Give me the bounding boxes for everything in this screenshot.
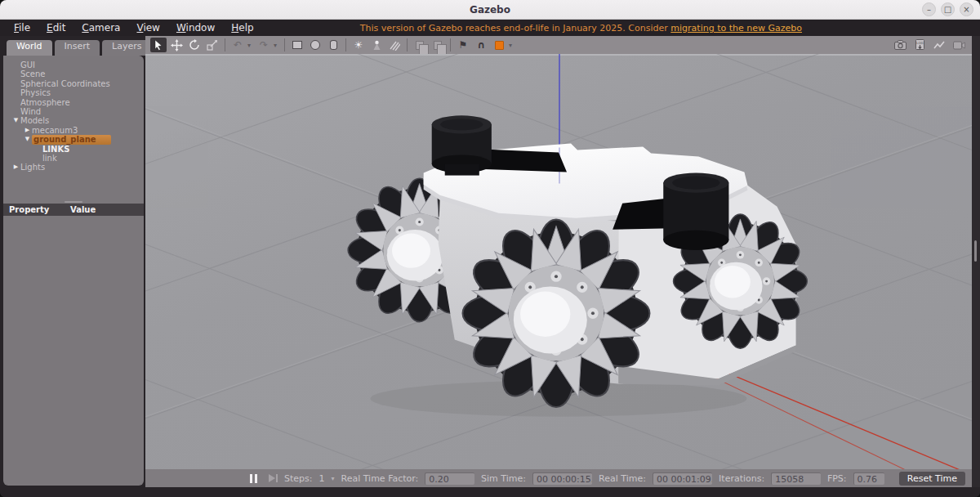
scale-tool-button[interactable] xyxy=(204,38,220,52)
video-record-button[interactable] xyxy=(951,38,967,52)
spot-light-button[interactable] xyxy=(368,38,385,52)
titlebar: Gazebo – □ × xyxy=(0,0,980,20)
world-tree: GUI Scene Spherical Coordinates Physics … xyxy=(3,56,144,199)
tree-item-physics[interactable]: Physics xyxy=(3,88,144,97)
undo-history-caret-icon[interactable]: ▾ xyxy=(247,42,254,49)
menu-help[interactable]: Help xyxy=(224,20,261,36)
toolbar-separator xyxy=(225,38,225,51)
view-angle-cube-icon xyxy=(495,41,504,50)
menu-camera[interactable]: Camera xyxy=(74,20,127,36)
tree-item-spherical-coordinates[interactable]: Spherical Coordinates xyxy=(3,79,144,88)
right-panel-splitter[interactable] xyxy=(972,36,980,487)
viewport: ↶ ▾ ↷ ▾ ☀ ⚑ ∩ xyxy=(145,36,972,487)
minimize-button[interactable]: – xyxy=(922,2,936,16)
log-record-icon: LOG xyxy=(915,39,925,51)
copy-button[interactable] xyxy=(412,38,428,52)
reset-time-button[interactable]: Reset Time xyxy=(899,472,965,486)
plot-button[interactable] xyxy=(931,38,947,52)
tree-item-models[interactable]: ▼Models xyxy=(3,116,144,125)
view-angle-caret-icon[interactable]: ▾ xyxy=(509,42,515,49)
menu-edit[interactable]: Edit xyxy=(39,20,73,36)
close-button[interactable]: × xyxy=(960,2,973,16)
step-icon xyxy=(269,474,275,482)
expand-arrow-icon[interactable]: ▼ xyxy=(11,116,20,125)
move-icon xyxy=(171,39,183,51)
pause-button[interactable] xyxy=(250,474,257,483)
spot-light-icon xyxy=(372,40,382,51)
directional-light-button[interactable] xyxy=(386,38,403,52)
menu-file[interactable]: File xyxy=(7,20,38,36)
rotate-tool-button[interactable] xyxy=(186,38,203,52)
collapse-arrow-icon[interactable]: ▶ xyxy=(11,163,20,172)
tree-item-link[interactable]: link xyxy=(3,154,144,163)
point-light-button[interactable]: ☀ xyxy=(350,38,367,52)
tree-item-gui[interactable]: GUI xyxy=(3,60,144,69)
directional-light-icon xyxy=(389,40,400,51)
paste-icon xyxy=(434,41,442,50)
sun-icon: ☀ xyxy=(354,40,363,50)
toolbar-separator xyxy=(407,38,408,51)
iterations-label: Iterations: xyxy=(719,473,764,484)
log-record-button[interactable]: LOG xyxy=(911,38,928,52)
render-toolbar: ↶ ▾ ↷ ▾ ☀ ⚑ ∩ xyxy=(145,36,972,54)
tab-world[interactable]: World xyxy=(7,40,52,56)
step-icon-bar xyxy=(276,474,278,482)
splitter-grip[interactable] xyxy=(974,240,977,262)
insert-box-button[interactable] xyxy=(289,38,305,52)
menu-window[interactable]: Window xyxy=(169,20,222,36)
insert-cylinder-button[interactable] xyxy=(325,38,341,52)
real-time-value: 00 00:01:09.969 xyxy=(653,472,712,485)
tree-item-ground-plane[interactable]: ▼ground_plane xyxy=(3,135,144,144)
insert-sphere-button[interactable] xyxy=(307,38,323,52)
tree-item-lights[interactable]: ▶Lights xyxy=(3,163,144,172)
copy-icon xyxy=(416,41,424,50)
tree-item-scene[interactable]: Scene xyxy=(3,69,144,78)
cylinder-icon xyxy=(330,40,337,50)
redo-icon: ↷ xyxy=(260,40,268,50)
sphere-icon xyxy=(310,40,320,50)
expand-arrow-icon[interactable]: ▼ xyxy=(23,135,32,144)
rotate-icon xyxy=(189,39,200,51)
value-column-label: Value xyxy=(70,205,96,214)
toolbar-separator xyxy=(450,38,451,51)
eol-migrate-link[interactable]: migrating to the new Gazebo xyxy=(670,23,802,34)
view-angle-button[interactable] xyxy=(491,38,507,52)
camera-icon xyxy=(894,40,906,50)
iterations-value: 15058 xyxy=(771,472,821,485)
tab-layers[interactable]: Layers xyxy=(102,40,151,56)
real-time-label: Real Time: xyxy=(599,473,646,484)
scene-canvas xyxy=(145,54,972,469)
tree-item-mecanum3[interactable]: ▶mecanum3 xyxy=(3,126,144,135)
tree-item-wind[interactable]: Wind xyxy=(3,107,144,116)
restore-button[interactable]: □ xyxy=(941,2,955,16)
redo-button[interactable]: ↷ xyxy=(256,38,272,52)
steps-value[interactable]: 1 xyxy=(318,473,324,484)
translate-tool-button[interactable] xyxy=(168,38,185,52)
undo-button[interactable]: ↶ xyxy=(229,38,246,52)
tab-insert[interactable]: Insert xyxy=(55,40,100,56)
menu-view[interactable]: View xyxy=(129,20,167,36)
left-panel: World Insert Layers GUI Scene Spherical … xyxy=(0,36,145,487)
scale-icon xyxy=(207,39,218,51)
paste-button[interactable] xyxy=(430,38,446,52)
snap-button[interactable]: ∩ xyxy=(473,38,489,52)
panel-tabbar: World Insert Layers xyxy=(3,38,144,56)
time-panel: Steps: 1 ▾ Real Time Factor: 0.20 Sim Ti… xyxy=(145,469,972,487)
render-scene[interactable] xyxy=(145,54,972,469)
steps-label: Steps: xyxy=(284,473,312,484)
rtf-label: Real Time Factor: xyxy=(341,473,419,484)
undo-icon: ↶ xyxy=(234,40,242,50)
tree-item-links-header: LINKS xyxy=(3,145,144,154)
property-column-label: Property xyxy=(3,205,70,214)
step-button[interactable] xyxy=(269,474,278,482)
screenshot-button[interactable] xyxy=(892,38,908,52)
collapse-arrow-icon[interactable]: ▶ xyxy=(23,126,32,135)
tree-item-atmosphere[interactable]: Atmosphere xyxy=(3,98,144,107)
property-body xyxy=(3,216,144,486)
align-button[interactable]: ⚑ xyxy=(455,38,471,52)
select-tool-button[interactable] xyxy=(150,38,167,52)
redo-history-caret-icon[interactable]: ▾ xyxy=(274,42,280,49)
steps-caret-icon[interactable]: ▾ xyxy=(331,475,334,482)
menubar: File Edit Camera View Window Help This v… xyxy=(0,20,980,36)
video-record-icon xyxy=(953,41,965,50)
